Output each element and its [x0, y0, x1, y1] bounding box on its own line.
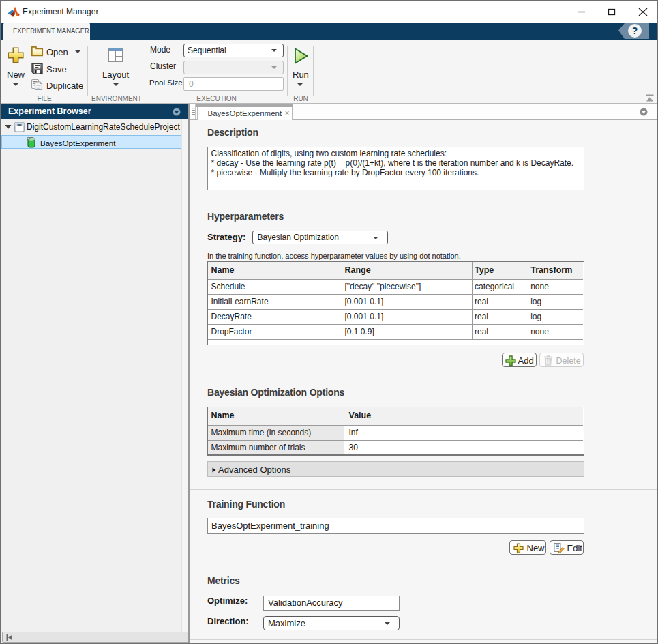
svg-text:?: ? — [632, 25, 638, 36]
